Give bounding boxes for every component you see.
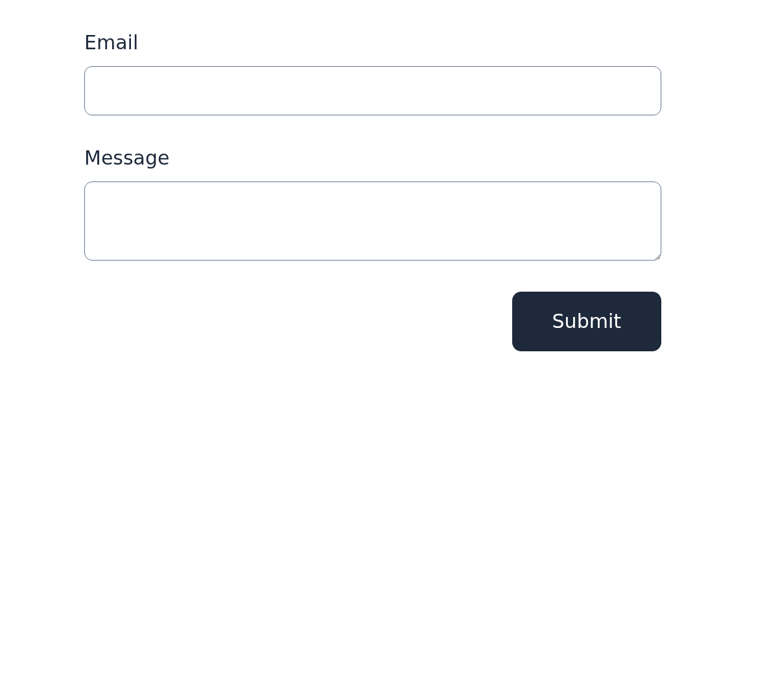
message-label: Message <box>84 146 661 170</box>
message-textarea[interactable] <box>84 181 661 261</box>
message-field-group: Message <box>84 146 661 261</box>
submit-button[interactable]: Submit <box>512 292 661 351</box>
button-row: Submit <box>84 292 661 351</box>
email-label: Email <box>84 31 661 54</box>
email-input[interactable] <box>84 66 661 115</box>
contact-form: Email Message Submit <box>84 31 661 351</box>
email-field-group: Email <box>84 31 661 115</box>
